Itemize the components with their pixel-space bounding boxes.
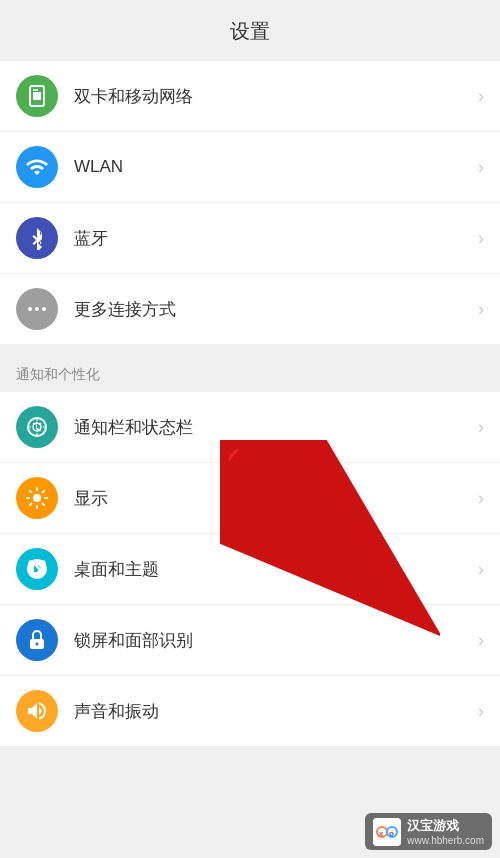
watermark-logo: x o bbox=[373, 818, 401, 846]
notification-bar-item[interactable]: 通知栏和状态栏 › bbox=[0, 392, 500, 463]
sound-vibration-item[interactable]: 声音和振动 › bbox=[0, 676, 500, 746]
notification-bar-label: 通知栏和状态栏 bbox=[74, 416, 470, 439]
svg-text:o: o bbox=[389, 829, 394, 838]
more-connections-item[interactable]: 更多连接方式 › bbox=[0, 274, 500, 344]
watermark: x o 汉宝游戏 www.hbherb.com bbox=[365, 813, 492, 850]
sound-icon bbox=[16, 690, 58, 732]
chevron-icon: › bbox=[478, 559, 484, 580]
svg-point-4 bbox=[35, 307, 39, 311]
chevron-icon: › bbox=[478, 701, 484, 722]
more-connections-label: 更多连接方式 bbox=[74, 298, 470, 321]
lock-icon bbox=[16, 619, 58, 661]
bluetooth-icon bbox=[16, 217, 58, 259]
wifi-icon bbox=[16, 146, 58, 188]
chevron-icon: › bbox=[478, 630, 484, 651]
connectivity-group: 双卡和移动网络 › WLAN › 蓝牙 › bbox=[0, 61, 500, 344]
svg-point-8 bbox=[33, 494, 41, 502]
display-item[interactable]: 显示 › bbox=[0, 463, 500, 534]
chevron-icon: › bbox=[478, 86, 484, 107]
chevron-icon: › bbox=[478, 157, 484, 178]
notification-icon bbox=[16, 406, 58, 448]
svg-rect-1 bbox=[33, 92, 41, 100]
display-icon bbox=[16, 477, 58, 519]
chevron-icon: › bbox=[478, 299, 484, 320]
chevron-icon: › bbox=[478, 488, 484, 509]
sim-network-label: 双卡和移动网络 bbox=[74, 85, 470, 108]
bluetooth-item[interactable]: 蓝牙 › bbox=[0, 203, 500, 274]
page-title: 设置 bbox=[0, 0, 500, 61]
watermark-text: 汉宝游戏 www.hbherb.com bbox=[407, 817, 484, 846]
sound-vibration-label: 声音和振动 bbox=[74, 700, 470, 723]
desktop-icon bbox=[16, 548, 58, 590]
svg-point-13 bbox=[36, 643, 39, 646]
personalization-group: 通知栏和状态栏 › 显示 › 桌面和主题 › bbox=[0, 392, 500, 746]
chevron-icon: › bbox=[478, 417, 484, 438]
lock-face-label: 锁屏和面部识别 bbox=[74, 629, 470, 652]
lock-face-item[interactable]: 锁屏和面部识别 › bbox=[0, 605, 500, 676]
desktop-theme-item[interactable]: 桌面和主题 › bbox=[0, 534, 500, 605]
chevron-icon: › bbox=[478, 228, 484, 249]
sim-icon bbox=[16, 75, 58, 117]
section-separator bbox=[0, 344, 500, 354]
desktop-theme-label: 桌面和主题 bbox=[74, 558, 470, 581]
bluetooth-label: 蓝牙 bbox=[74, 227, 470, 250]
watermark-brand: 汉宝游戏 bbox=[407, 817, 484, 835]
section-title-personalization: 通知和个性化 bbox=[0, 354, 500, 392]
wlan-item[interactable]: WLAN › bbox=[0, 132, 500, 203]
more-connections-icon bbox=[16, 288, 58, 330]
svg-text:x: x bbox=[379, 829, 384, 838]
svg-point-5 bbox=[42, 307, 46, 311]
display-label: 显示 bbox=[74, 487, 470, 510]
watermark-site: www.hbherb.com bbox=[407, 835, 484, 846]
sim-network-item[interactable]: 双卡和移动网络 › bbox=[0, 61, 500, 132]
wlan-label: WLAN bbox=[74, 157, 470, 177]
svg-point-3 bbox=[28, 307, 32, 311]
